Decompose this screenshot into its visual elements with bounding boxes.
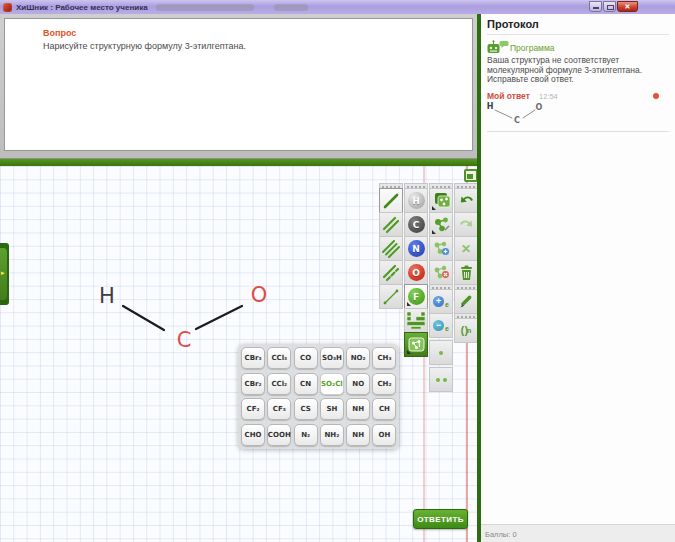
canvas-atom[interactable]: H bbox=[99, 284, 115, 308]
thin-bond-tool[interactable] bbox=[379, 284, 403, 309]
app-icon bbox=[3, 3, 12, 12]
fragment-button[interactable]: CF₃ bbox=[267, 398, 291, 420]
fragment-button[interactable]: CO bbox=[294, 347, 318, 369]
redo-button[interactable] bbox=[454, 212, 478, 237]
fragment-button[interactable]: N₂ bbox=[294, 424, 318, 446]
radical-tool[interactable] bbox=[429, 340, 453, 365]
fragment-button[interactable]: NH₂ bbox=[320, 424, 344, 446]
canvas-atom[interactable]: O bbox=[251, 283, 268, 307]
atom-tool-oxygen[interactable]: O bbox=[404, 260, 428, 285]
question-panel: Вопрос Нарисуйте структурную формулу 3-э… bbox=[4, 18, 473, 151]
add-fragment-icon bbox=[432, 239, 451, 258]
lone-pair-icon bbox=[443, 378, 447, 382]
charge-minus-icon: − bbox=[433, 320, 444, 331]
radical-dot-icon bbox=[439, 351, 443, 355]
atom-tool-hydrogen[interactable]: H bbox=[404, 188, 428, 213]
question-label: Вопрос bbox=[43, 28, 462, 38]
fragment-button[interactable]: CH₃ bbox=[372, 347, 396, 369]
carbon-atom-icon: C bbox=[408, 216, 425, 233]
periodic-table-tool[interactable] bbox=[404, 308, 428, 333]
window-title: ХиШник : Рабочее место ученика bbox=[16, 3, 148, 12]
protocol-title: Протокол bbox=[487, 18, 539, 30]
fragment-button[interactable]: NH bbox=[346, 398, 370, 420]
titlebar: ХиШник : Рабочее место ученика bbox=[0, 0, 675, 14]
pencil-tool[interactable] bbox=[454, 289, 478, 314]
fragment-button[interactable]: SH bbox=[320, 398, 344, 420]
undo-icon bbox=[457, 191, 476, 210]
fragment-button[interactable]: NH bbox=[346, 424, 370, 446]
fragment-button[interactable]: SO₃H bbox=[320, 347, 344, 369]
fragment-button[interactable]: CCl₃ bbox=[267, 347, 291, 369]
expand-button[interactable] bbox=[464, 169, 478, 182]
fragment-button[interactable]: NO bbox=[346, 373, 370, 395]
collapse-tab[interactable] bbox=[0, 243, 9, 305]
fragment-popup: CBr₃CCl₃COSO₃HNO₂CH₃CBr₂CCl₂CNSO₂ClNOCH₂… bbox=[238, 344, 399, 449]
single-bond-tool[interactable] bbox=[379, 188, 403, 213]
fragment-button[interactable]: SO₂Cl bbox=[320, 373, 344, 395]
offset-double-bond-tool[interactable] bbox=[379, 260, 403, 285]
triple-bond-tool[interactable] bbox=[379, 236, 403, 261]
add-fragment-tool[interactable] bbox=[429, 236, 453, 261]
offset-double-bond-icon bbox=[381, 263, 401, 283]
fragment-button[interactable]: OH bbox=[372, 424, 396, 446]
fragment-button[interactable]: CBr₂ bbox=[241, 373, 265, 395]
atom-tool-nitrogen[interactable]: N bbox=[404, 236, 428, 261]
fragment-button[interactable]: CS bbox=[294, 398, 318, 420]
question-text: Нарисуйте структурную формулу 3-этилгепт… bbox=[43, 41, 462, 51]
charge-minus-tool[interactable]: −e bbox=[429, 313, 453, 338]
atom-tool-carbon[interactable]: C bbox=[404, 212, 428, 237]
fragment-button[interactable]: CF₂ bbox=[241, 398, 265, 420]
delete-icon: ✕ bbox=[461, 242, 471, 256]
hydrogen-atom-icon: H bbox=[408, 192, 425, 209]
flyout-corner-icon bbox=[432, 230, 436, 234]
divider bbox=[487, 34, 669, 35]
fragment-library-tool[interactable] bbox=[404, 332, 428, 357]
close-button[interactable] bbox=[617, 1, 638, 12]
canvas-atom[interactable]: O bbox=[536, 103, 543, 112]
pencil-icon bbox=[457, 293, 475, 311]
atom-toolbar: H C N O F bbox=[404, 184, 428, 357]
fragment-button[interactable]: CH₂ bbox=[372, 373, 396, 395]
drawing-canvas[interactable]: H C N O F bbox=[0, 166, 477, 542]
canvas-atom[interactable]: C bbox=[514, 116, 520, 125]
redo-icon bbox=[457, 215, 476, 234]
fragment-button[interactable]: CH bbox=[372, 398, 396, 420]
fragment-button[interactable]: COOH bbox=[267, 424, 291, 446]
trash-button[interactable] bbox=[454, 260, 478, 285]
remove-fragment-tool[interactable] bbox=[429, 260, 453, 285]
fragment-button[interactable]: CN bbox=[294, 373, 318, 395]
answer-preview: HCO bbox=[481, 98, 671, 132]
lone-pair-tool[interactable] bbox=[429, 367, 453, 392]
minimize-icon bbox=[593, 7, 599, 9]
charge-plus-icon: + bbox=[433, 296, 444, 307]
polymer-brackets-tool[interactable]: ( )n bbox=[454, 318, 478, 343]
double-bond-tool[interactable] bbox=[379, 212, 403, 237]
fragment-button[interactable]: CBr₃ bbox=[241, 347, 265, 369]
template-edit-tool[interactable] bbox=[429, 212, 453, 237]
periodic-table-icon bbox=[407, 312, 425, 329]
atom-tool-fluorine[interactable]: F bbox=[404, 284, 428, 309]
fragment-button[interactable]: CCl₂ bbox=[267, 373, 291, 395]
canvas-atom[interactable]: C bbox=[177, 328, 192, 352]
flyout-corner-icon bbox=[407, 350, 411, 354]
maximize-button[interactable] bbox=[603, 1, 616, 12]
fragment-button[interactable]: CHO bbox=[241, 424, 265, 446]
minimize-button[interactable] bbox=[589, 1, 602, 12]
answer-preview-bonds bbox=[481, 98, 671, 132]
splitter-bar[interactable] bbox=[0, 158, 477, 166]
fragment-grid: CBr₃CCl₃COSO₃HNO₂CH₃CBr₂CCl₂CNSO₂ClNOCH₂… bbox=[241, 347, 396, 446]
single-bond-icon bbox=[381, 191, 401, 211]
expand-icon bbox=[467, 174, 473, 179]
undo-button[interactable] bbox=[454, 188, 478, 213]
template-toolbar: +e −e bbox=[429, 184, 453, 392]
canvas-atom[interactable]: H bbox=[487, 102, 494, 111]
program-message: Ваша структура не соответствует молекуля… bbox=[487, 56, 662, 85]
fragment-button[interactable]: NO₂ bbox=[346, 347, 370, 369]
charge-plus-tool[interactable]: +e bbox=[429, 289, 453, 314]
delete-button[interactable]: ✕ bbox=[454, 236, 478, 261]
program-label: Программа bbox=[510, 43, 555, 53]
answer-button[interactable]: ОТВЕТИТЬ bbox=[413, 509, 468, 529]
program-robot-icon bbox=[487, 40, 509, 54]
template-stack-tool[interactable] bbox=[429, 188, 453, 213]
oxygen-atom-icon: O bbox=[408, 264, 425, 281]
